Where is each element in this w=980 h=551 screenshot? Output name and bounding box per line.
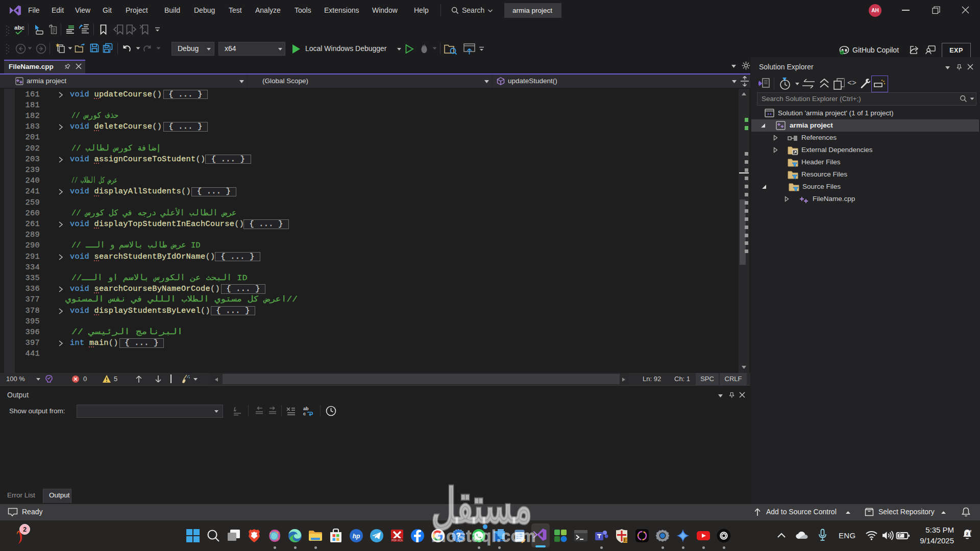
svg-text:ab: ab	[303, 406, 309, 411]
svg-text:z: z	[970, 529, 972, 533]
svg-text:z: z	[966, 531, 969, 536]
svg-text:c: c	[303, 411, 306, 416]
svg-text:hp: hp	[353, 533, 360, 540]
svg-text:PDF-XCh: PDF-XCh	[391, 539, 403, 542]
svg-text:E: E	[623, 537, 627, 543]
svg-text:?: ?	[456, 532, 461, 540]
